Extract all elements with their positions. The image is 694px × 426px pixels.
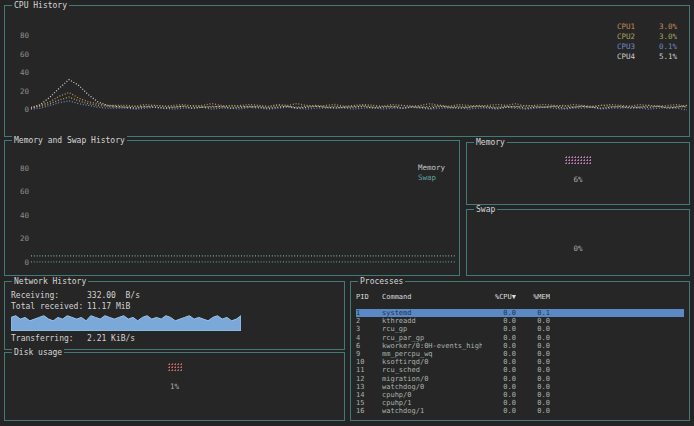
process-cpu: 0.0 xyxy=(482,407,516,415)
swap-gauge-panel: Swap 0% xyxy=(466,209,690,276)
cpu-legend-label: CPU3 xyxy=(617,42,645,52)
memory-usage-percent: 6% xyxy=(573,175,582,184)
disk-usage-percent: 1% xyxy=(170,382,179,391)
process-mem: 0.0 xyxy=(516,399,550,407)
receiving-value: 332.00 B/s xyxy=(87,291,140,300)
y-axis-tick: 40 xyxy=(20,69,29,77)
process-row[interactable]: 12migration/00.00.0 xyxy=(356,375,684,383)
process-mem: 0.0 xyxy=(516,407,550,415)
process-pid: 10 xyxy=(356,358,382,366)
process-cpu: 0.0 xyxy=(482,391,516,399)
process-row-selected[interactable]: 1systemd0.00.1 xyxy=(356,309,684,317)
process-cpu: 0.0 xyxy=(482,399,516,407)
y-axis-tick: 80 xyxy=(20,32,29,40)
process-command: kthreadd xyxy=(382,317,482,325)
process-pid: 6 xyxy=(356,342,382,350)
cpu-legend-value: 0.1% xyxy=(645,42,677,52)
y-axis-tick: 0 xyxy=(24,106,29,114)
cpu-legend-label: CPU1 xyxy=(617,22,645,32)
processes-panel: Processes PID Command %CPU▼ %MEM 1system… xyxy=(350,281,690,421)
memory-gauge-title: Memory xyxy=(474,138,507,147)
y-axis-tick: 80 xyxy=(20,165,29,173)
process-cpu: 0.0 xyxy=(482,317,516,325)
cpu-history-panel: CPU History 020406080 CPU13.0%CPU23.0%CP… xyxy=(4,5,690,137)
process-pid: 2 xyxy=(356,317,382,325)
process-cpu: 0.0 xyxy=(482,350,516,358)
y-axis-tick: 0 xyxy=(24,259,29,267)
y-axis-tick: 60 xyxy=(20,51,29,59)
process-row[interactable]: 3rcu_gp0.00.0 xyxy=(356,325,684,333)
memory-swap-legend: MemorySwap xyxy=(418,163,445,183)
process-cpu: 0.0 xyxy=(482,375,516,383)
process-mem: 0.0 xyxy=(516,317,550,325)
column-header-command[interactable]: Command xyxy=(382,293,482,301)
process-command: systemd xyxy=(382,309,482,317)
memory-swap-chart xyxy=(31,157,455,269)
column-header-pid[interactable]: PID xyxy=(356,293,382,301)
swap-usage-percent: 0% xyxy=(573,244,582,253)
process-mem: 0.1 xyxy=(516,309,550,317)
process-row[interactable]: 9mm_percpu_wq0.00.0 xyxy=(356,350,684,358)
cpu-y-axis: 020406080 xyxy=(15,20,29,116)
processes-title: Processes xyxy=(358,277,405,286)
process-row[interactable]: 2kthreadd0.00.0 xyxy=(356,317,684,325)
network-history-panel: Network History Receiving: 332.00 B/s To… xyxy=(4,281,345,350)
processes-header-row: PID Command %CPU▼ %MEM xyxy=(356,293,684,301)
process-cpu: 0.0 xyxy=(482,334,516,342)
process-pid: 1 xyxy=(356,309,382,317)
receiving-label: Receiving: xyxy=(11,291,87,300)
process-row[interactable]: 10ksoftirqd/00.00.0 xyxy=(356,358,684,366)
process-cpu: 0.0 xyxy=(482,342,516,350)
y-axis-tick: 40 xyxy=(20,212,29,220)
process-pid: 11 xyxy=(356,366,382,374)
cpu-history-title: CPU History xyxy=(12,1,69,10)
cpu-legend-entry: CPU30.1% xyxy=(617,42,677,52)
memory-swap-history-title: Memory and Swap History xyxy=(12,136,127,145)
total-received-label: Total received: xyxy=(11,302,87,311)
swap-gauge-title: Swap xyxy=(474,205,497,214)
process-command: migration/0 xyxy=(382,375,482,383)
process-command: watchdog/0 xyxy=(382,383,482,391)
process-pid: 13 xyxy=(356,383,382,391)
column-header-cpu-sort[interactable]: %CPU▼ xyxy=(482,293,516,301)
process-command: ksoftirqd/0 xyxy=(382,358,482,366)
process-mem: 0.0 xyxy=(516,358,550,366)
process-row[interactable]: 16watchdog/10.00.0 xyxy=(356,407,684,415)
transferring-label: Transferring: xyxy=(11,334,87,343)
y-axis-tick: 20 xyxy=(20,88,29,96)
process-cpu: 0.0 xyxy=(482,383,516,391)
process-mem: 0.0 xyxy=(516,350,550,358)
process-pid: 15 xyxy=(356,399,382,407)
cpu-legend-entry: CPU45.1% xyxy=(617,52,677,62)
process-mem: 0.0 xyxy=(516,391,550,399)
process-mem: 0.0 xyxy=(516,334,550,342)
process-row[interactable]: 13watchdog/00.00.0 xyxy=(356,383,684,391)
process-cpu: 0.0 xyxy=(482,366,516,374)
transferring-value: 2.21 KiB/s xyxy=(87,334,135,343)
process-cpu: 0.0 xyxy=(482,309,516,317)
process-command: rcu_sched xyxy=(382,366,482,374)
column-header-mem[interactable]: %MEM xyxy=(516,293,550,301)
process-row[interactable]: 15cpuhp/10.00.0 xyxy=(356,399,684,407)
network-history-title: Network History xyxy=(12,277,88,286)
process-pid: 9 xyxy=(356,350,382,358)
process-command: mm_percpu_wq xyxy=(382,350,482,358)
process-cpu: 0.0 xyxy=(482,358,516,366)
process-pid: 3 xyxy=(356,325,382,333)
memory-gauge-panel: Memory 6% xyxy=(466,142,690,205)
process-row[interactable]: 14cpuhp/00.00.0 xyxy=(356,391,684,399)
disk-usage-panel: Disk usage 1% xyxy=(4,352,345,421)
process-row[interactable]: 11rcu_sched0.00.0 xyxy=(356,366,684,374)
process-cpu: 0.0 xyxy=(482,325,516,333)
memory-swap-history-panel: Memory and Swap History 020406080 Memory… xyxy=(4,140,460,276)
process-row[interactable]: 4rcu_par_gp0.00.0 xyxy=(356,334,684,342)
cpu-legend-value: 3.0% xyxy=(645,32,677,42)
process-command: cpuhp/0 xyxy=(382,391,482,399)
memswap-legend-entry: Memory xyxy=(418,163,445,173)
process-mem: 0.0 xyxy=(516,342,550,350)
process-row[interactable]: 6kworker/0:0H-events_high0.00.0 xyxy=(356,342,684,350)
process-pid: 4 xyxy=(356,334,382,342)
process-mem: 0.0 xyxy=(516,375,550,383)
disk-usage-dots-icon xyxy=(168,363,182,372)
process-mem: 0.0 xyxy=(516,366,550,374)
